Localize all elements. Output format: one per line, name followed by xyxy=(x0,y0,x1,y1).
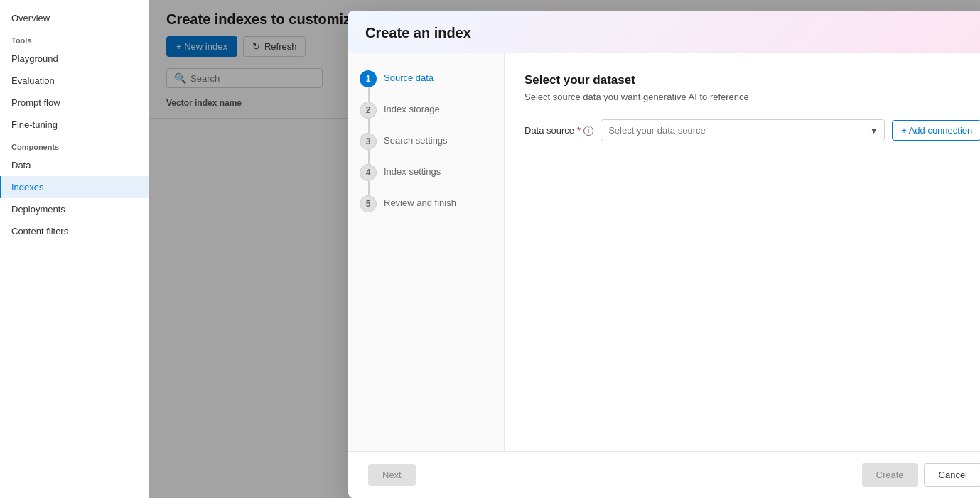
create-button[interactable]: Create xyxy=(862,463,918,487)
step-connector-1 xyxy=(368,87,370,102)
next-button[interactable]: Next xyxy=(368,464,416,486)
modal-header: Create an index xyxy=(348,11,980,53)
step-1-label: Source data xyxy=(384,70,434,83)
step-connector-2 xyxy=(368,119,370,133)
modal-body: 1 Source data 2 Index storage 3 Sea xyxy=(348,53,980,451)
sidebar-item-overview[interactable]: Overview xyxy=(0,7,149,29)
step-1: 1 Source data xyxy=(360,70,492,87)
sidebar-item-indexes[interactable]: Indexes xyxy=(0,176,149,198)
sidebar-item-evaluation[interactable]: Evaluation xyxy=(0,70,149,92)
step-4-circle: 4 xyxy=(360,164,377,181)
modal-title: Create an index xyxy=(365,25,980,41)
create-index-modal: Create an index 1 Source data 2 Index st… xyxy=(348,11,980,498)
step-3-label: Search settings xyxy=(384,133,448,146)
step-5-circle: 5 xyxy=(360,195,377,212)
step-2-label: Index storage xyxy=(384,102,440,114)
required-marker: * xyxy=(577,125,581,136)
footer-left: Next xyxy=(368,464,416,486)
dataset-title: Select your dataset xyxy=(524,73,980,87)
cancel-button[interactable]: Cancel xyxy=(924,463,980,487)
data-source-field-row: Data source * i Select your data source … xyxy=(524,119,980,141)
dataset-subtitle: Select source data you want generative A… xyxy=(524,92,980,102)
sidebar-item-deployments[interactable]: Deployments xyxy=(0,198,149,220)
add-connection-button[interactable]: + Add connection xyxy=(892,120,980,141)
step-1-circle: 1 xyxy=(360,70,377,87)
sidebar-item-prompt-flow[interactable]: Prompt flow xyxy=(0,92,149,114)
sidebar-item-label: Deployments xyxy=(11,204,65,215)
data-source-select-wrapper: Select your data source ▼ xyxy=(601,119,885,141)
sidebar-item-fine-tuning[interactable]: Fine-tuning xyxy=(0,114,149,136)
step-connector-3 xyxy=(368,150,370,164)
steps-panel: 1 Source data 2 Index storage 3 Sea xyxy=(348,53,505,451)
sidebar-item-label: Overview xyxy=(11,13,50,23)
sidebar-item-label: Prompt flow xyxy=(11,97,60,108)
step-2: 2 Index storage xyxy=(360,102,492,119)
step-3: 3 Search settings xyxy=(360,133,492,150)
sidebar-item-label: Playground xyxy=(11,53,58,64)
step-5-label: Review and finish xyxy=(384,195,456,208)
sidebar-item-label: Content filters xyxy=(11,226,68,237)
data-source-label: Data source * i xyxy=(524,125,593,136)
sidebar-item-label: Evaluation xyxy=(11,75,55,86)
step-5: 5 Review and finish xyxy=(360,195,492,212)
step-2-circle: 2 xyxy=(360,102,377,119)
sidebar-item-data[interactable]: Data xyxy=(0,154,149,176)
components-section-label: Components xyxy=(0,136,149,154)
sidebar-item-content-filters[interactable]: Content filters xyxy=(0,220,149,242)
step-4: 4 Index settings xyxy=(360,164,492,181)
modal-footer: Next Create Cancel xyxy=(348,451,980,498)
sidebar-item-label: Indexes xyxy=(11,182,44,193)
data-source-select[interactable]: Select your data source xyxy=(601,119,885,141)
step-3-circle: 3 xyxy=(360,133,377,150)
info-icon[interactable]: i xyxy=(583,126,593,136)
step-connector-4 xyxy=(368,181,370,195)
sidebar-item-label: Data xyxy=(11,160,31,170)
sidebar: Overview Tools Playground Evaluation Pro… xyxy=(0,0,149,498)
sidebar-item-playground[interactable]: Playground xyxy=(0,48,149,70)
main-content: Create indexes to customize generative A… xyxy=(149,0,980,498)
content-panel: Select your dataset Select source data y… xyxy=(505,53,980,451)
sidebar-item-label: Fine-tuning xyxy=(11,119,58,130)
tools-section-label: Tools xyxy=(0,29,149,48)
step-4-label: Index settings xyxy=(384,164,441,177)
footer-right: Create Cancel xyxy=(862,463,981,487)
